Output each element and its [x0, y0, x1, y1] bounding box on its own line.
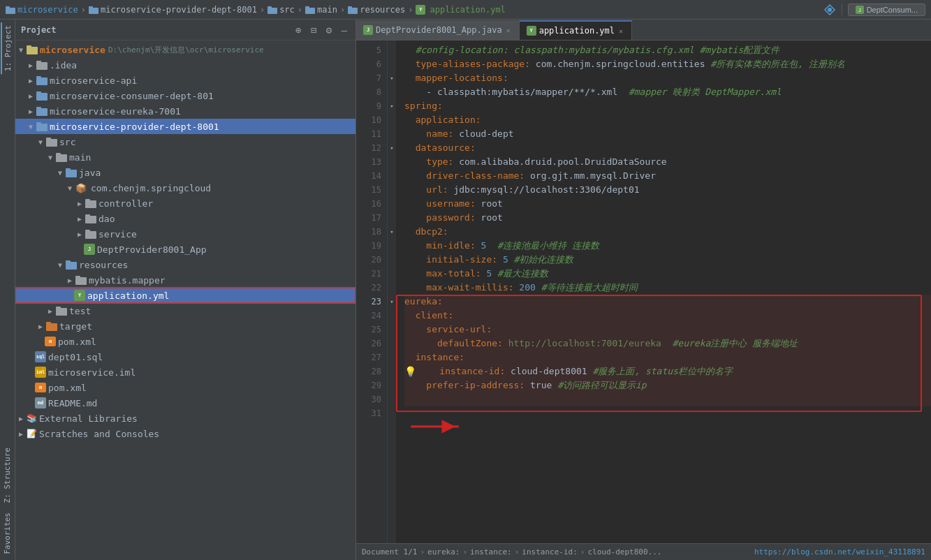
- tree-item-mybatis[interactable]: mybatis.mapper: [15, 272, 355, 288]
- tree-item-main[interactable]: main: [15, 149, 355, 165]
- tree-item-dao[interactable]: dao: [15, 211, 355, 226]
- breadcrumb-item-main[interactable]: main: [305, 5, 337, 15]
- tree-item-provider[interactable]: microservice-provider-dept-8001: [15, 119, 355, 134]
- breadcrumb-item-microservice[interactable]: microservice: [6, 5, 78, 15]
- label-pkg: com.chenjm.springcloud: [91, 183, 211, 193]
- bulb-icon-28[interactable]: 💡: [404, 364, 416, 378]
- code-content[interactable]: #config-location: classpath:mybatis/myba…: [396, 40, 931, 543]
- tab-dept-app[interactable]: J DeptProvider8001_App.java ✕: [356, 20, 520, 40]
- fold-17[interactable]: [388, 211, 396, 225]
- label-main: main: [69, 152, 91, 163]
- fold-10[interactable]: [388, 113, 396, 127]
- fold-8[interactable]: [388, 85, 396, 99]
- fold-5[interactable]: [388, 43, 396, 57]
- tree-item-scratches[interactable]: 📝 Scratches and Consoles: [15, 426, 355, 441]
- fold-28[interactable]: [388, 364, 396, 378]
- key-25: service-url:: [404, 323, 492, 337]
- fold-7[interactable]: ▾: [388, 71, 396, 85]
- settings-icon[interactable]: ⚙: [323, 24, 335, 36]
- fold-26[interactable]: [388, 337, 396, 351]
- label-java: java: [79, 168, 101, 178]
- arrow-pom-root: [27, 383, 35, 392]
- fold-20[interactable]: [388, 253, 396, 267]
- breadcrumb-item-resources[interactable]: resources: [348, 5, 405, 15]
- key-16: username:: [404, 197, 476, 211]
- line-num-30: 30: [356, 392, 381, 406]
- fold-13[interactable]: [388, 155, 396, 169]
- tree-item-resources[interactable]: resources: [15, 257, 355, 272]
- fold-18[interactable]: ▾: [388, 225, 396, 239]
- label-controller: controller: [98, 198, 153, 209]
- svg-rect-21: [36, 108, 47, 116]
- tree-item-sql[interactable]: sql dept01.sql: [15, 349, 355, 364]
- breadcrumb-sep-2: ›: [260, 5, 265, 15]
- label-scratches: Scratches and Consoles: [39, 429, 159, 439]
- fold-22[interactable]: [388, 281, 396, 295]
- tree-item-controller[interactable]: controller: [15, 196, 355, 211]
- hide-icon[interactable]: —: [339, 24, 350, 36]
- collapse-icon[interactable]: ⊟: [308, 24, 319, 36]
- fold-31[interactable]: [388, 406, 396, 420]
- tree-item-eureka[interactable]: microservice-eureka-7001: [15, 103, 355, 119]
- tree-item-test[interactable]: test: [15, 303, 355, 318]
- fold-21[interactable]: [388, 267, 396, 281]
- tree-item-service[interactable]: service: [15, 226, 355, 242]
- tab-application-yml-close[interactable]: ✕: [617, 27, 624, 36]
- breadcrumb-item-src[interactable]: src: [267, 5, 295, 15]
- tree-item-iml[interactable]: iml microservice.iml: [15, 364, 355, 380]
- favorites-vertical-tab[interactable]: Favorites: [1, 510, 13, 557]
- tree-item-src[interactable]: src: [15, 134, 355, 149]
- fold-14[interactable]: [388, 169, 396, 183]
- dept-consumer-button[interactable]: J DeptConsum...: [848, 3, 925, 16]
- fold-12[interactable]: ▾: [388, 141, 396, 155]
- breadcrumb-item-yaml[interactable]: Y application.yml: [416, 5, 505, 15]
- arrow-main: [46, 153, 54, 161]
- fold-29[interactable]: [388, 378, 396, 392]
- tree-item-ext-libs[interactable]: 📚 External Libraries: [15, 411, 355, 426]
- svg-rect-24: [36, 122, 41, 124]
- fold-19[interactable]: [388, 239, 396, 253]
- z-structure-vertical-tab[interactable]: Z: Structure: [1, 445, 13, 506]
- navigation-icon[interactable]: [823, 3, 836, 16]
- fold-23[interactable]: ▾: [388, 295, 396, 309]
- tree-item-api[interactable]: microservice-api: [15, 73, 355, 88]
- fold-27[interactable]: [388, 351, 396, 364]
- fold-9[interactable]: ▾: [388, 99, 396, 113]
- tab-dept-app-close[interactable]: ✕: [505, 26, 512, 35]
- tree-item-readme[interactable]: md README.md: [15, 395, 355, 411]
- fold-25[interactable]: [388, 323, 396, 337]
- globe-icon[interactable]: ⊕: [293, 24, 304, 36]
- tree-item-consumer[interactable]: microservice-consumer-dept-801: [15, 88, 355, 103]
- svg-rect-31: [85, 200, 96, 208]
- tree-item-idea[interactable]: .idea: [15, 57, 355, 73]
- tree-item-microservice-root[interactable]: microservice D:\chenjm\开发信息\ocr\microser…: [15, 42, 355, 57]
- fold-11[interactable]: [388, 127, 396, 141]
- tree-item-pom-provider[interactable]: m pom.xml: [15, 334, 355, 349]
- tree-item-target[interactable]: target: [15, 318, 355, 334]
- label-ext-libs: External Libraries: [39, 413, 138, 424]
- key-22: max-wait-millis:: [404, 281, 514, 295]
- code-line-30: [404, 392, 931, 406]
- svg-rect-41: [56, 308, 67, 316]
- code-line-25: service-url:: [404, 323, 931, 337]
- label-idea: .idea: [50, 60, 77, 71]
- tree-item-java[interactable]: java: [15, 165, 355, 180]
- code-editor[interactable]: 5 6 7 8 9 10 11 12 13 14 15 16 17 18 19 …: [356, 40, 931, 543]
- breadcrumb-bar: microservice › microservice-provider-dep…: [0, 0, 931, 20]
- tree-item-dept-app[interactable]: J DeptProvider8001_App: [15, 242, 355, 257]
- tree-item-pom-root[interactable]: m pom.xml: [15, 380, 355, 395]
- key-12: datasource:: [404, 141, 476, 155]
- fold-30[interactable]: [388, 392, 396, 406]
- fold-15[interactable]: [388, 183, 396, 197]
- line-num-29: 29: [356, 378, 381, 392]
- breadcrumb-item-provider[interactable]: microservice-provider-dept-8001: [89, 5, 257, 15]
- tree-item-application-yml[interactable]: Y application.yml: [15, 288, 355, 303]
- fold-6[interactable]: [388, 57, 396, 71]
- status-url[interactable]: https://blog.csdn.net/weixin_43118891: [754, 547, 925, 557]
- tab-application-yml[interactable]: Y application.yml ✕: [520, 20, 632, 40]
- fold-16[interactable]: [388, 197, 396, 211]
- fold-24[interactable]: [388, 309, 396, 323]
- project-vertical-tab[interactable]: 1: Project: [1, 22, 14, 74]
- tree-item-pkg[interactable]: 📦 com.chenjm.springcloud: [15, 180, 355, 196]
- icon-dept-tab: J: [363, 25, 373, 35]
